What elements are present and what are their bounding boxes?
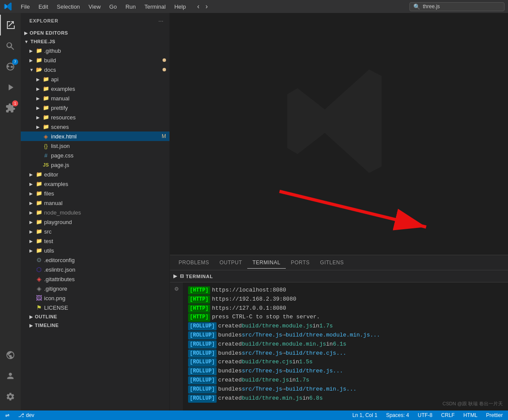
folder-icon: 📁 bbox=[42, 85, 49, 92]
folder-chevron: ▶ bbox=[29, 58, 35, 63]
html-icon: ◈ bbox=[42, 133, 49, 140]
tree-item-test[interactable]: ▶ 📁 test bbox=[21, 236, 169, 246]
terminal-expand-icon[interactable]: ⊟ bbox=[180, 273, 184, 279]
tree-item-manual-sub[interactable]: ▶ 📁 manual bbox=[21, 93, 169, 103]
status-formatter[interactable]: Prettier bbox=[484, 412, 505, 418]
nav-forward-button[interactable]: › bbox=[203, 2, 210, 11]
activity-icon-search[interactable] bbox=[0, 35, 21, 56]
tree-item-github[interactable]: ▶ 📁 .github bbox=[21, 46, 169, 55]
tree-item-docs[interactable]: ▼ 📂 docs bbox=[21, 65, 169, 74]
tree-item-index-html[interactable]: ▶ ◈ index.html M bbox=[21, 131, 169, 141]
open-editors-chevron: ▶ bbox=[24, 31, 28, 35]
menu-view[interactable]: View bbox=[85, 3, 104, 11]
nav-buttons: ‹ › bbox=[195, 2, 211, 11]
activity-icon-settings[interactable] bbox=[0, 386, 21, 407]
terminal-text: in bbox=[303, 394, 310, 403]
outline-section-header[interactable]: ▶ OUTLINE bbox=[21, 312, 169, 321]
menu-run[interactable]: Run bbox=[122, 3, 139, 11]
tree-item-build[interactable]: ▶ 📁 build bbox=[21, 55, 169, 65]
tree-item-editorconfig[interactable]: ▶ ⚙ .editorconfig bbox=[21, 255, 169, 265]
status-spaces[interactable]: Spaces: 4 bbox=[384, 412, 411, 418]
tree-item-scenes[interactable]: ▶ 📁 scenes bbox=[21, 122, 169, 131]
status-ln-col[interactable]: Ln 1, Col 1 bbox=[351, 412, 379, 418]
status-lang[interactable]: HTML bbox=[462, 412, 479, 418]
bottom-panel: PROBLEMS OUTPUT TERMINAL PORTS GITLENS ▶… bbox=[170, 255, 508, 410]
menu-go[interactable]: Go bbox=[106, 3, 120, 11]
menu-selection[interactable]: Selection bbox=[53, 3, 83, 11]
terminal-arrow: → bbox=[282, 385, 286, 394]
open-editors-header[interactable]: ▶ OPEN EDITORS bbox=[21, 29, 169, 37]
tree-item-playground[interactable]: ▶ 📁 playground bbox=[21, 217, 169, 227]
tree-item-page-js[interactable]: ▶ JS page.js bbox=[21, 160, 169, 170]
tab-problems[interactable]: PROBLEMS bbox=[173, 257, 214, 269]
modified-badge bbox=[163, 68, 166, 71]
json-icon: {} bbox=[42, 142, 49, 149]
activity-icon-accounts[interactable] bbox=[0, 365, 21, 386]
terminal-sidebar-icon-button[interactable]: ⚙ bbox=[173, 285, 180, 293]
folder-chevron: ▶ bbox=[29, 229, 35, 234]
tree-item-gitattributes[interactable]: ▶ ◈ .gitattributes bbox=[21, 274, 169, 284]
search-input[interactable] bbox=[423, 3, 501, 10]
three-js-header[interactable]: ▼ THREE.JS bbox=[21, 37, 169, 46]
status-remote[interactable]: ⇌ bbox=[3, 412, 11, 418]
tree-item-editor[interactable]: ▶ 📁 editor bbox=[21, 170, 169, 179]
sidebar-actions: ··· bbox=[157, 16, 164, 25]
tree-item-examples-top[interactable]: ▶ 📁 examples bbox=[21, 179, 169, 189]
folder-chevron: ▶ bbox=[29, 210, 35, 215]
folder-chevron: ▶ bbox=[29, 191, 35, 196]
terminal-path: build/three.min.js... bbox=[286, 385, 357, 394]
folder-icon: 📁 bbox=[35, 228, 42, 235]
tree-item-utils[interactable]: ▶ 📁 utils bbox=[21, 246, 169, 255]
folder-chevron: ▶ bbox=[29, 239, 35, 244]
config-icon: ⚙ bbox=[35, 256, 42, 263]
terminal-header-chevron[interactable]: ▶ bbox=[173, 273, 177, 279]
tree-item-list-json[interactable]: ▶ {} list.json bbox=[21, 141, 169, 151]
tree-item-resources[interactable]: ▶ 📁 resources bbox=[21, 112, 169, 122]
sidebar-more-button[interactable]: ··· bbox=[157, 16, 164, 25]
terminal-highlight: build/three.module.js bbox=[242, 322, 313, 331]
terminal-time: 1.5s bbox=[299, 358, 313, 367]
terminal-content[interactable]: [HTTP] https://localhost:8080 [HTTP] htt… bbox=[183, 282, 508, 410]
tree-item-eslintrc[interactable]: ▶ ⬡ .eslintrc.json bbox=[21, 265, 169, 274]
tab-gitlens[interactable]: GITLENS bbox=[315, 257, 349, 269]
tree-item-license[interactable]: ▶ ⚑ LICENSE bbox=[21, 303, 169, 312]
tree-item-node-modules[interactable]: ▶ 📁 node_modules bbox=[21, 208, 169, 217]
tree-item-examples-sub[interactable]: ▶ 📁 examples bbox=[21, 84, 169, 93]
folder-icon: 📁 bbox=[35, 237, 42, 244]
activity-icon-remote[interactable] bbox=[0, 345, 21, 365]
license-icon: ⚑ bbox=[35, 304, 42, 311]
tree-item-api[interactable]: ▶ 📁 api bbox=[21, 74, 169, 84]
menu-file[interactable]: File bbox=[17, 3, 33, 11]
tree-item-page-css[interactable]: ▶ # page.css bbox=[21, 151, 169, 160]
search-box[interactable]: 🔍 bbox=[409, 2, 505, 11]
folder-chevron: ▼ bbox=[29, 67, 35, 72]
tab-ports[interactable]: PORTS bbox=[286, 257, 315, 269]
menu-help[interactable]: Help bbox=[171, 3, 189, 11]
menu-terminal[interactable]: Terminal bbox=[141, 3, 169, 11]
rollup-badge: [ROLLUP] bbox=[188, 340, 217, 349]
timeline-section-header[interactable]: ▶ TIMELINE bbox=[21, 321, 169, 330]
tree-item-files[interactable]: ▶ 📁 files bbox=[21, 189, 169, 198]
tree-item-manual-top[interactable]: ▶ 📁 manual bbox=[21, 198, 169, 208]
activity-icon-run[interactable] bbox=[0, 77, 21, 98]
tab-output[interactable]: OUTPUT bbox=[214, 257, 247, 269]
activity-icon-extensions[interactable]: 1 bbox=[0, 98, 21, 119]
tree-item-src[interactable]: ▶ 📁 src bbox=[21, 227, 169, 236]
panel-tabs: PROBLEMS OUTPUT TERMINAL PORTS GITLENS bbox=[170, 255, 508, 270]
vscode-logo-icon[interactable] bbox=[3, 2, 13, 11]
menu-edit[interactable]: Edit bbox=[35, 3, 51, 11]
activity-icon-source-control[interactable]: 7 bbox=[0, 56, 21, 77]
explorer-content[interactable]: ▶ OPEN EDITORS ▼ THREE.JS ▶ 📁 .github ▶ … bbox=[21, 29, 169, 410]
folder-chevron: ▶ bbox=[36, 77, 42, 82]
tab-terminal[interactable]: TERMINAL bbox=[247, 257, 286, 269]
status-eol[interactable]: CRLF bbox=[439, 412, 456, 418]
status-branch[interactable]: ⎇ dev bbox=[16, 412, 36, 418]
activity-icon-explorer[interactable] bbox=[0, 15, 21, 35]
nav-back-button[interactable]: ‹ bbox=[195, 2, 202, 11]
tree-item-gitignore[interactable]: ▶ ◈ .gitignore bbox=[21, 284, 169, 293]
tree-item-prettify[interactable]: ▶ 📁 prettify bbox=[21, 103, 169, 112]
status-encoding[interactable]: UTF-8 bbox=[416, 412, 434, 418]
terminal-text: in bbox=[292, 358, 299, 367]
tree-item-icon-png[interactable]: ▶ 🖼 icon.png bbox=[21, 293, 169, 303]
terminal-text: created bbox=[218, 322, 242, 331]
